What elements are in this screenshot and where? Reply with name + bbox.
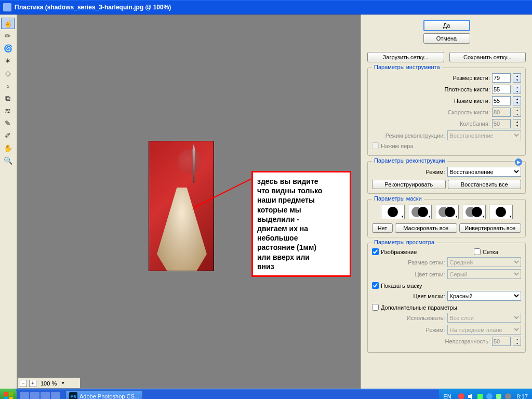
view-mode-select: На переднем плане [447,325,522,335]
pen-pressure-checkbox [372,142,379,149]
pucker-icon: ✶ [5,57,11,65]
opacity-spinner: ▴▾ [513,337,521,346]
brush-size-spinner[interactable]: ▴▾ [513,73,521,83]
mask-all-button[interactable]: Маскировать все [395,223,457,233]
brush-rate-input [492,108,511,117]
freeze-mask-tool[interactable]: ✎ [1,117,15,129]
language-indicator[interactable]: EN [443,393,451,399]
zoom-in-button[interactable]: + [29,380,36,387]
mask-none-button[interactable]: Нет [372,223,393,233]
start-button[interactable] [0,389,17,399]
tray-icon-6[interactable] [504,393,512,399]
brush-pressure-input[interactable] [492,96,511,105]
ql-icon-4[interactable] [51,392,60,399]
brush-pressure-label: Нажим кисти: [372,98,490,104]
windows-icon [4,392,13,399]
bloat-icon: ◇ [5,69,11,77]
ql-icon-1[interactable] [20,392,29,399]
clock[interactable]: 8:17 [517,393,528,399]
show-mesh-checkbox[interactable] [474,248,481,255]
show-mask-checkbox[interactable] [372,282,379,289]
save-mesh-button[interactable]: Сохранить сетку... [449,52,526,62]
canvas-area[interactable]: здесь вы видите что видны только наши пр… [17,15,361,389]
brush-size-input[interactable] [492,73,511,83]
brush-icon: ✏ [5,32,11,40]
hand-tool[interactable]: ✋ [1,142,15,154]
cancel-button[interactable]: Отмена [423,33,470,44]
group-title: Параметры просмотра [372,239,436,245]
invert-all-button[interactable]: Инвертировать все [459,223,522,233]
zoom-out-button[interactable]: − [20,380,27,387]
tray-icon-5[interactable] [495,393,502,399]
turbulence-input [492,119,511,128]
zoom-value: 100 % [38,380,59,387]
replay-icon[interactable]: ▶ [515,158,522,166]
pucker-tool[interactable]: ✶ [1,55,15,66]
brush-pressure-spinner[interactable]: ▴▾ [513,96,521,105]
recon-mode-select: Восстановление [447,130,522,140]
view-mode-label: Режим: [372,327,445,333]
spiral-icon: 🌀 [4,44,12,52]
restore-all-button[interactable]: Восстановить все [448,180,522,189]
recon-mode-select2[interactable]: Восстановление [447,167,522,177]
quick-launch [17,392,63,399]
tray-icon-3[interactable] [476,393,484,399]
reconstruct-button[interactable]: Реконструировать [372,180,446,189]
turbulence-spinner: ▴▾ [513,119,521,128]
recon-mode-label: Режим реконструкции: [372,132,445,139]
mask-channel-icons: ▾ ▾ ▾ ▾ ▾ [372,205,521,219]
tray-icon-1[interactable] [458,393,465,399]
add-params-label: Дополнительные параметры [381,304,457,311]
annotation-text: здесь вы видите что видны только наши пр… [257,177,345,271]
chevron-down-icon[interactable]: ▼ [61,381,65,385]
view-group: Параметры просмотра Изображение Сетка Ра… [367,243,526,353]
mask-color-select[interactable]: Красный [447,291,522,301]
bloat-tool[interactable]: ◇ [1,68,15,79]
taskbar-app-label: Adobe Photoshop CS... [79,393,139,399]
brush-rate-label: Скорость кисти: [372,109,490,115]
mask-intersect-btn[interactable]: ▾ [462,205,486,219]
svg-rect-4 [477,394,483,399]
image-figure [157,188,207,271]
taskbar-app-button[interactable]: Ps Adobe Photoshop CS... [65,390,143,399]
opacity-label: Непрозрачность: [372,338,490,344]
show-image-checkbox[interactable] [372,248,379,255]
svg-point-5 [486,393,493,399]
zoom-tool[interactable]: 🔍 [1,155,15,166]
ql-icon-2[interactable] [30,392,39,399]
volume-icon[interactable] [467,393,474,399]
mask-replace-btn[interactable]: ▾ [381,205,405,219]
mask-invert-btn[interactable]: ▾ [489,205,513,219]
forward-warp-tool[interactable]: ☝ [1,18,15,29]
brush-density-input[interactable] [492,85,511,94]
mask-color-label: Цвет маски: [372,293,445,299]
magnifier-icon: 🔍 [4,156,12,165]
reconstruct-tool[interactable]: ✏ [1,30,15,42]
canvas-image [149,141,214,271]
svg-rect-3 [468,395,470,398]
options-panel: Да Отмена Загрузить сетку... Сохранить с… [361,15,532,389]
brush-size-label: Размер кисти: [372,75,490,81]
image-moon [178,149,203,174]
brush-density-spinner[interactable]: ▴▾ [513,85,521,94]
taskbar: Ps Adobe Photoshop CS... EN 8:17 [0,389,532,399]
ok-button[interactable]: Да [423,20,470,31]
turbulence-tool[interactable]: ≋ [1,105,15,116]
mask-subtract-btn[interactable]: ▾ [435,205,459,219]
mask-add-btn[interactable]: ▾ [408,205,432,219]
twirl-cw-tool[interactable]: 🌀 [1,43,15,54]
push-left-tool[interactable]: ⬨ [1,80,15,91]
tray-icon-4[interactable] [486,393,493,399]
workspace: ☝ ✏ 🌀 ✶ ◇ ⬨ ⧉ ≋ ✎ ✐ ✋ 🔍 здесь вы видите … [0,15,532,389]
add-params-checkbox[interactable] [372,304,379,311]
brush-density-label: Плотность кисти: [372,86,490,92]
load-mesh-button[interactable]: Загрузить сетку... [367,52,444,62]
reconstruct-group: Параметры реконструкции ▶ Режим:Восстано… [367,161,526,194]
group-title: Параметры маски [372,195,424,202]
ql-icon-3[interactable] [41,392,50,399]
pen-pressure-label: Нажим пера [381,143,414,149]
turbulence-label: Колебания: [372,121,490,127]
thaw-mask-tool[interactable]: ✐ [1,130,15,141]
mirror-tool[interactable]: ⧉ [1,92,15,104]
show-mesh-label: Сетка [483,249,498,255]
